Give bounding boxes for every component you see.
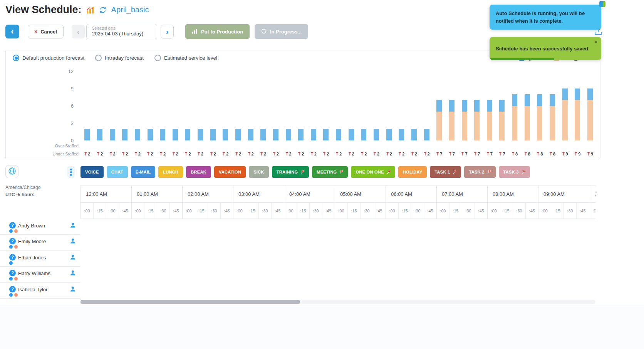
help-icon[interactable]: ? bbox=[9, 254, 16, 260]
hour-header-cell: 12:00 AM bbox=[81, 185, 132, 202]
forecast-bar bbox=[411, 129, 417, 140]
understaffed-funnel-icon bbox=[486, 152, 490, 156]
activity-chip-sick[interactable]: SICK bbox=[249, 166, 268, 178]
schedule-row[interactable] bbox=[80, 235, 595, 250]
over-staffed-row: Over Staffed bbox=[6, 142, 596, 150]
put-to-production-button[interactable]: Put to Production bbox=[185, 24, 250, 39]
help-icon[interactable]: ? bbox=[9, 270, 16, 276]
count-value: 2 bbox=[252, 152, 254, 156]
person-icon[interactable] bbox=[70, 222, 75, 229]
queue-dots bbox=[9, 293, 18, 297]
help-icon[interactable]: ? bbox=[9, 286, 16, 292]
under-staffed-count: 2 bbox=[257, 152, 270, 156]
under-staffed-count: 2 bbox=[156, 152, 169, 156]
schedule-row[interactable] bbox=[80, 267, 595, 282]
person-icon[interactable] bbox=[70, 286, 75, 293]
schedule-body[interactable] bbox=[80, 219, 595, 299]
activity-chip-task-1[interactable]: TASK 1 bbox=[430, 166, 461, 178]
help-icon[interactable]: ? bbox=[9, 238, 16, 244]
bar-segment-silver_service bbox=[462, 112, 467, 140]
schedule-row[interactable] bbox=[80, 283, 595, 299]
under-staffed-count: 9 bbox=[558, 152, 571, 156]
corner-notification-icon[interactable] bbox=[599, 1, 605, 7]
activity-chip-e-mail[interactable]: E-MAIL bbox=[131, 166, 156, 178]
next-date-button[interactable]: › bbox=[161, 25, 174, 38]
employee-row[interactable]: ?Isabella Tylor bbox=[0, 283, 80, 299]
under-staffed-count: 2 bbox=[219, 152, 232, 156]
activity-chip-meeting[interactable]: MEETING bbox=[312, 166, 348, 178]
employee-row[interactable]: ?Harry Williams bbox=[0, 267, 80, 282]
understaffed-funnel-icon bbox=[524, 152, 527, 156]
person-icon[interactable] bbox=[70, 238, 75, 245]
activity-chip-break[interactable]: BREAK bbox=[186, 166, 211, 178]
toast-close-icon[interactable]: × bbox=[594, 39, 597, 45]
queue-dots bbox=[9, 277, 18, 281]
activity-chip-training[interactable]: TRAINING bbox=[272, 166, 309, 178]
queue-dot bbox=[14, 293, 18, 297]
employee-row[interactable]: ?Andy Brown bbox=[0, 219, 80, 235]
prev-date-button[interactable]: ‹ bbox=[72, 25, 85, 38]
under-staffed-count: 2 bbox=[357, 152, 370, 156]
quarter-header-cell: :00 bbox=[284, 203, 297, 219]
activity-chip-vacation[interactable]: VACATION bbox=[214, 166, 246, 178]
person-icon[interactable] bbox=[70, 270, 75, 277]
cancel-button[interactable]: × Cancel bbox=[28, 25, 64, 38]
forecast-bar bbox=[349, 129, 354, 140]
activity-chip-one-on-one[interactable]: ONE ON ONE bbox=[351, 166, 395, 178]
queue-dot bbox=[9, 261, 13, 265]
more-options-menu[interactable] bbox=[67, 166, 75, 178]
under-staffed-count: 7 bbox=[458, 152, 471, 156]
schedule-row[interactable] bbox=[80, 219, 595, 235]
employee-row[interactable]: ?Ethan Jones bbox=[0, 251, 80, 267]
activity-chip-task-2[interactable]: TASK 2 bbox=[464, 166, 495, 178]
under-staffed-count: 7 bbox=[471, 152, 483, 156]
activity-chip-voice[interactable]: VOICE bbox=[80, 166, 104, 178]
bar-segment-queue1 bbox=[110, 129, 115, 140]
toast-info-text: Auto Schedule is running, you will be no… bbox=[496, 10, 585, 24]
bar-segment-queue1 bbox=[374, 129, 379, 140]
forecast-bar bbox=[499, 100, 505, 140]
chip-label: TRAINING bbox=[277, 170, 298, 174]
timezone-globe-button[interactable] bbox=[5, 165, 18, 178]
under-staffed-count: 2 bbox=[420, 152, 433, 156]
under-staffed-count: 8 bbox=[508, 152, 521, 156]
activity-chip-chat[interactable]: CHAT bbox=[107, 166, 128, 178]
bar-segment-silver_service bbox=[449, 112, 454, 140]
count-value: 2 bbox=[126, 152, 128, 156]
toast-schedule-saved[interactable]: Schedule has been successfully saved × bbox=[490, 37, 601, 60]
under-staffed-count: 2 bbox=[307, 152, 320, 156]
forecast-option[interactable]: Estimated service level bbox=[154, 55, 217, 61]
activity-chip-task-3[interactable]: TASK 3 bbox=[499, 166, 530, 178]
understaffed-funnel-icon bbox=[436, 152, 439, 156]
forecast-option[interactable]: Intraday forecast bbox=[95, 55, 144, 61]
under-staffed-count: 2 bbox=[332, 152, 345, 156]
bar-slot bbox=[94, 71, 106, 140]
back-button[interactable]: ‹ bbox=[5, 25, 19, 38]
person-icon[interactable] bbox=[70, 254, 75, 261]
count-value: 8 bbox=[528, 152, 530, 156]
bar-segment-silver_service bbox=[525, 106, 530, 140]
schedule-name-link[interactable]: April_basic bbox=[111, 5, 149, 14]
queue-dot bbox=[14, 229, 18, 233]
employee-row[interactable]: ?Emily Moore bbox=[0, 235, 80, 250]
activity-chip-lunch[interactable]: LUNCH bbox=[158, 166, 183, 178]
toast-auto-schedule[interactable]: Auto Schedule is running, you will be no… bbox=[490, 5, 601, 30]
forecast-bar bbox=[474, 100, 480, 140]
activity-chip-holiday[interactable]: HOLIDAY bbox=[398, 166, 427, 178]
chip-label: E-MAIL bbox=[136, 170, 151, 174]
schedule-row[interactable] bbox=[80, 251, 595, 267]
scrollbar-thumb[interactable] bbox=[80, 300, 300, 304]
date-picker[interactable]: Selected date 2025-04-03 (Thursday) bbox=[86, 24, 157, 39]
quarter-header-cell: :30 bbox=[513, 203, 526, 219]
help-icon[interactable]: ? bbox=[9, 222, 16, 229]
horizontal-scrollbar[interactable] bbox=[80, 300, 595, 304]
understaffed-funnel-icon bbox=[537, 152, 540, 156]
quarter-header-cell: :45 bbox=[475, 203, 488, 219]
forecast-bar bbox=[550, 94, 555, 140]
under-staffed-count: 2 bbox=[382, 152, 395, 156]
forecast-option[interactable]: Default production forecast bbox=[13, 55, 84, 61]
bar-slot bbox=[558, 71, 571, 140]
hour-header-cell: 09:00 AM bbox=[538, 185, 589, 202]
bar-segment-queue1 bbox=[173, 129, 178, 140]
bar-segment-silver_service bbox=[575, 100, 580, 140]
